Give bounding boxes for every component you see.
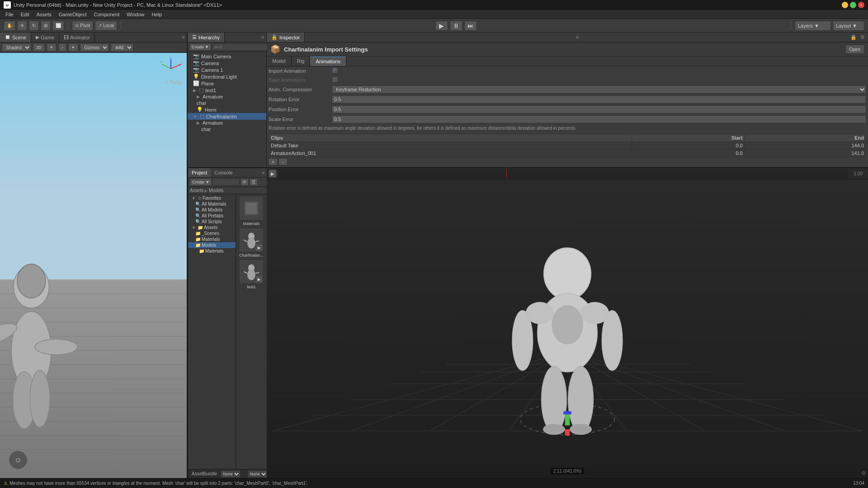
tab-rig[interactable]: Rig <box>292 56 311 66</box>
hierarchy-close[interactable]: × <box>259 34 266 41</box>
layers-dropdown[interactable]: Layers ▼ <box>795 21 831 31</box>
inspector-close[interactable]: × <box>574 34 581 41</box>
menu-window[interactable]: Window <box>123 11 148 18</box>
proj-models[interactable]: 📁 Models <box>188 242 236 248</box>
proj-all-materials[interactable]: 🔍 All Materials <box>188 201 236 207</box>
status-bar: ⚠ Meshes may not have more than 65534 ve… <box>0 478 868 488</box>
left-column: 🔲 Scene ▶ Game 🎞 Animator × Shaded 2D <box>0 33 188 478</box>
hierarchy-create-button[interactable]: Create ▼ <box>189 43 211 51</box>
project-tree: ▼ ☆ Favorites 🔍 All Materials 🔍 All Mode… <box>188 194 236 469</box>
all-select[interactable]: ✲All <box>111 43 133 52</box>
tab-scene[interactable]: 🔲 Scene <box>0 33 31 42</box>
hier-charfinalanim[interactable]: ▼ ⬚ Charfinalanim <box>188 113 266 120</box>
minimize-button[interactable]: _ <box>842 2 848 8</box>
clip-row-1[interactable]: ArmatureAction_001 0.0 141.0 <box>269 150 866 157</box>
pivot-label: Pivot <box>80 23 90 28</box>
project-sync-button[interactable]: ⟳ <box>241 178 249 186</box>
breadcrumb-assets[interactable]: Assets <box>190 188 203 193</box>
project-search-input[interactable] <box>212 178 240 186</box>
proj-favorites[interactable]: ▼ ☆ Favorites <box>188 195 236 201</box>
pivot-button[interactable]: ⊙ Pivot <box>72 21 93 31</box>
menu-file[interactable]: File <box>2 11 17 18</box>
hier-test1[interactable]: ▶ ⬚ test1 <box>188 87 266 94</box>
pause-button[interactable]: ⏸ <box>450 21 462 31</box>
local-button[interactable]: ↗ Local <box>95 21 117 31</box>
project-create-button[interactable]: Create ▼ <box>190 178 212 186</box>
hier-char2[interactable]: char <box>188 126 266 132</box>
inspector-lock-button[interactable]: 🔒 <box>850 34 857 41</box>
assetbundle-select[interactable]: None <box>221 470 241 478</box>
proj-assets[interactable]: ▼ 📁 Assets <box>188 225 236 230</box>
scene-panel-close[interactable]: × <box>179 34 187 41</box>
proj-all-models[interactable]: 🔍 All Models <box>188 207 236 213</box>
viewport-settings-icon[interactable]: ⚙ <box>861 470 866 476</box>
close-button[interactable]: × <box>858 2 864 8</box>
audio-toggle[interactable]: ♪ <box>58 43 67 52</box>
rotation-error-input[interactable] <box>332 95 866 103</box>
tab-model[interactable]: Model <box>267 56 292 66</box>
rotate-tool-button[interactable]: ↻ <box>29 21 39 31</box>
hier-main-camera[interactable]: 📷 Main Camera <box>188 53 266 60</box>
lighting-toggle[interactable]: ☀ <box>47 43 57 52</box>
tab-console[interactable]: Console <box>211 168 236 177</box>
scale-error-input[interactable] <box>332 115 866 123</box>
project-close[interactable]: × <box>259 169 267 176</box>
svg-line-24 <box>162 64 171 69</box>
tab-project[interactable]: Project <box>188 168 211 177</box>
tab-animator[interactable]: 🎞 Animator <box>59 33 95 42</box>
inspector-settings-button[interactable]: ⚙ <box>859 34 866 41</box>
tab-hierarchy[interactable]: ☰ Hierarchy <box>188 33 225 42</box>
breadcrumb-models[interactable]: Models <box>209 188 223 193</box>
open-button[interactable]: Open <box>845 45 864 54</box>
bake-animations-checkbox[interactable] <box>332 76 338 83</box>
position-error-input[interactable] <box>332 105 866 113</box>
hand-tool-button[interactable]: ✋ <box>4 21 15 31</box>
hier-camera[interactable]: 📷 Camera <box>188 60 266 66</box>
hierarchy-search-input[interactable] <box>212 43 267 51</box>
proj-all-prefabs[interactable]: 🔍 All Prefabs <box>188 213 236 219</box>
proj-models-materials[interactable]: 📁 Materials <box>188 248 236 254</box>
proj-models-materials-label: Materials <box>205 249 224 253</box>
menu-help[interactable]: Help <box>148 11 165 18</box>
hier-directional-light[interactable]: 💡 Directional Light <box>188 73 266 80</box>
asset-materials[interactable]: Materials <box>238 196 265 226</box>
maximize-button[interactable]: □ <box>850 2 856 8</box>
timeline-play-button[interactable]: ▶ <box>269 169 277 178</box>
move-tool-button[interactable]: ✛ <box>17 21 27 31</box>
tab-game[interactable]: ▶ Game <box>31 33 59 42</box>
layout-dropdown[interactable]: Layout ▼ <box>833 21 864 31</box>
project-settings-button[interactable]: ☰ <box>250 178 258 186</box>
hier-camera1[interactable]: 📷 Camera 1 <box>188 66 266 73</box>
menu-assets[interactable]: Assets <box>33 11 55 18</box>
proj-scenes[interactable]: 📁 _Scenes <box>188 230 236 236</box>
hier-hemi[interactable]: 💡 Hemi <box>188 106 266 113</box>
menu-component[interactable]: Component <box>90 11 123 18</box>
asset-charfinalanim[interactable]: ▶ Charfinalan... <box>238 228 265 258</box>
shading-mode-select[interactable]: Shaded <box>2 43 31 52</box>
hier-armature2[interactable]: ▶ Armature <box>188 120 266 126</box>
tab-inspector[interactable]: 🔒 Inspector <box>267 33 305 42</box>
step-button[interactable]: ⏭ <box>464 21 477 31</box>
tab-animations[interactable]: Animations <box>310 56 346 66</box>
rect-tool-button[interactable]: ⬜ <box>52 21 64 31</box>
proj-all-scripts[interactable]: 🔍 All Scripts <box>188 219 236 225</box>
menu-gameobject[interactable]: GameObject <box>55 11 90 18</box>
clip-remove-button[interactable]: - <box>278 158 288 165</box>
clip-add-button[interactable]: + <box>269 158 278 165</box>
2d-toggle[interactable]: 2D <box>33 43 45 52</box>
play-button[interactable]: ▶ <box>435 21 448 31</box>
assetvariant-select[interactable]: None <box>248 470 268 478</box>
asset-test1[interactable]: ▶ test1 <box>238 259 265 289</box>
proj-materials[interactable]: 📁 Materials <box>188 236 236 242</box>
hier-plane[interactable]: ⬜ Plane <box>188 80 266 87</box>
timeline-ruler[interactable] <box>278 169 849 178</box>
anim-compression-select[interactable]: Keyframe Reduction <box>332 85 866 94</box>
import-animation-checkbox[interactable] <box>332 67 338 74</box>
hier-char1[interactable]: char <box>188 100 266 106</box>
scale-tool-button[interactable]: ⊞ <box>41 21 51 31</box>
fx-toggle[interactable]: ✦ <box>68 43 78 52</box>
gizmos-select[interactable]: Gizmos <box>80 43 109 52</box>
menu-edit[interactable]: Edit <box>17 11 33 18</box>
clip-row-0[interactable]: Default Take 0.0 144.0 <box>269 142 866 150</box>
hier-armature1[interactable]: ▶ Armature <box>188 94 266 100</box>
